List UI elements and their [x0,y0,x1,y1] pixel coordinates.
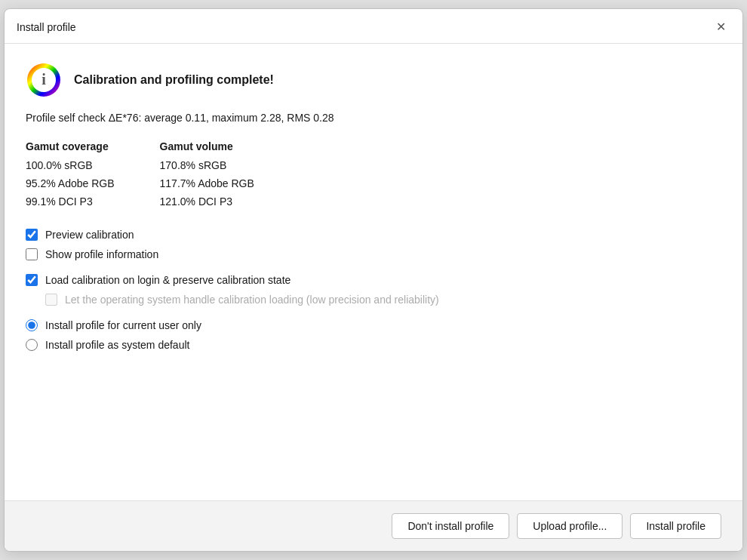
install-system-default-row: Install profile as system default [26,339,721,351]
install-current-user-radio[interactable] [26,319,38,331]
install-system-default-label[interactable]: Install profile as system default [45,339,189,351]
upload-profile-button[interactable]: Upload profile... [517,513,622,539]
content-area: i Calibration and profiling complete! Pr… [5,44,742,500]
os-handle-label[interactable]: Let the operating system handle calibrat… [65,294,439,306]
header-row: i Calibration and profiling complete! [26,62,721,98]
volume-dci-p3: 121.0% DCI P3 [160,193,254,211]
gamut-coverage-col: Gamut coverage 100.0% sRGB 95.2% Adobe R… [26,140,115,211]
show-profile-row: Show profile information [26,248,721,260]
profile-check-text: Profile self check ΔE*76: average 0.11, … [26,112,721,124]
svg-text:i: i [42,71,46,88]
title-bar: Install profile ✕ [5,9,742,44]
gamut-table: Gamut coverage 100.0% sRGB 95.2% Adobe R… [26,140,721,211]
volume-adobe-rgb: 117.7% Adobe RGB [160,175,254,193]
preview-calibration-row: Preview calibration [26,229,721,241]
install-current-user-label[interactable]: Install profile for current user only [45,319,201,331]
load-calibration-label[interactable]: Load calibration on login & preserve cal… [45,274,290,286]
show-profile-label[interactable]: Show profile information [45,248,158,260]
options-section: Preview calibration Show profile informa… [26,229,721,260]
install-profile-button[interactable]: Install profile [630,513,721,539]
dialog-title: Install profile [17,21,76,33]
footer: Don't install profile Upload profile... … [5,501,742,551]
gamut-coverage-values: 100.0% sRGB 95.2% Adobe RGB 99.1% DCI P3 [26,157,115,211]
preview-calibration-label[interactable]: Preview calibration [45,229,134,241]
install-system-default-radio[interactable] [26,339,38,351]
dont-install-button[interactable]: Don't install profile [392,513,509,539]
load-calibration-checkbox[interactable] [26,274,38,286]
gamut-coverage-header: Gamut coverage [26,140,115,152]
info-icon: i [26,62,62,98]
gamut-volume-values: 170.8% sRGB 117.7% Adobe RGB 121.0% DCI … [160,157,254,211]
install-current-user-row: Install profile for current user only [26,319,721,331]
install-profile-dialog: Install profile ✕ [4,8,743,552]
show-profile-checkbox[interactable] [26,248,38,260]
calibration-title: Calibration and profiling complete! [74,73,274,87]
gamut-volume-header: Gamut volume [160,140,254,152]
coverage-srgb: 100.0% sRGB [26,157,115,175]
os-handle-row: Let the operating system handle calibrat… [45,294,721,306]
coverage-adobe-rgb: 95.2% Adobe RGB [26,175,115,193]
preview-calibration-checkbox[interactable] [26,229,38,241]
gamut-volume-col: Gamut volume 170.8% sRGB 117.7% Adobe RG… [160,140,254,211]
load-calibration-section: Load calibration on login & preserve cal… [26,274,721,306]
os-handle-checkbox[interactable] [45,294,57,306]
radio-section: Install profile for current user only In… [26,319,721,351]
load-calibration-row: Load calibration on login & preserve cal… [26,274,721,286]
close-button[interactable]: ✕ [712,18,730,35]
coverage-dci-p3: 99.1% DCI P3 [26,193,115,211]
volume-srgb: 170.8% sRGB [160,157,254,175]
